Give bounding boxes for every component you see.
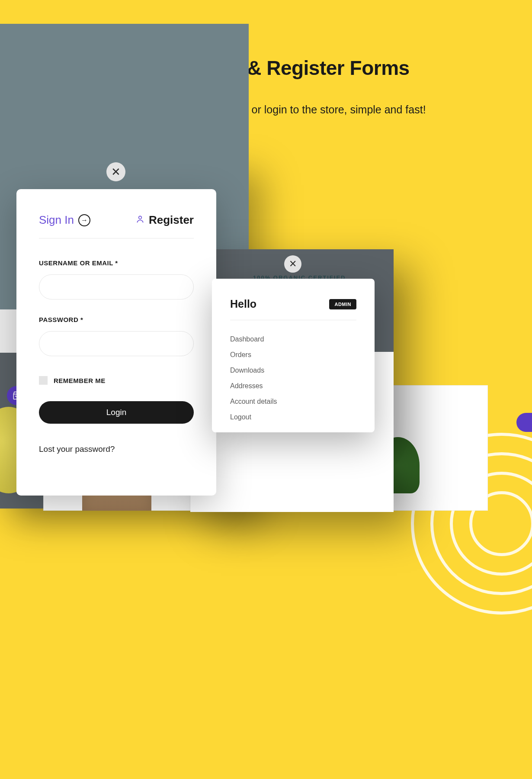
tab-register-label: Register [149, 213, 194, 227]
menu-item-dashboard[interactable]: Dashboard [230, 332, 356, 347]
menu-item-addresses[interactable]: Addresses [230, 378, 356, 394]
close-icon: ✕ [111, 165, 121, 179]
tab-signin[interactable]: Sign In → [39, 213, 90, 227]
close-account-button[interactable]: ✕ [284, 255, 301, 273]
password-input[interactable] [39, 331, 194, 356]
remember-checkbox[interactable] [39, 376, 48, 385]
auth-tabs: Sign In → Register [39, 213, 194, 238]
account-modal: Hello ADMIN Dashboard Orders Downloads A… [212, 279, 375, 432]
close-icon: ✕ [289, 258, 297, 270]
account-menu: Dashboard Orders Downloads Addresses Acc… [230, 332, 356, 425]
menu-item-account-details[interactable]: Account details [230, 394, 356, 409]
svg-point-0 [139, 216, 142, 219]
account-greeting: Hello [230, 298, 256, 310]
login-modal: Sign In → Register USERNAME OR EMAIL * P… [16, 189, 216, 496]
close-login-button[interactable]: ✕ [106, 162, 125, 181]
menu-item-downloads[interactable]: Downloads [230, 363, 356, 378]
backdrop-panel-right-body [0, 26, 203, 104]
password-label: PASSWORD * [39, 316, 194, 323]
side-badge [516, 413, 532, 432]
username-label: USERNAME OR EMAIL * [39, 259, 194, 267]
remember-row: REMEMBER ME [39, 376, 194, 385]
admin-badge: ADMIN [329, 299, 356, 309]
menu-item-orders[interactable]: Orders [230, 347, 356, 363]
user-icon [136, 215, 144, 226]
menu-item-logout[interactable]: Logout [230, 409, 356, 425]
account-header: Hello ADMIN [230, 298, 356, 320]
tab-register[interactable]: Register [136, 213, 194, 227]
arrow-right-circle-icon: → [78, 214, 90, 226]
username-input[interactable] [39, 274, 194, 299]
login-button[interactable]: Login [39, 401, 194, 424]
lost-password-link[interactable]: Lost your password? [39, 444, 194, 454]
tab-signin-label: Sign In [39, 213, 74, 227]
remember-label: REMEMBER ME [54, 377, 106, 384]
